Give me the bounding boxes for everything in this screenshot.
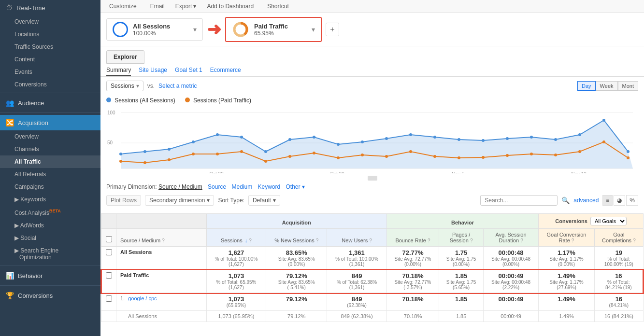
svg-text:Nov 12: Nov 12 bbox=[571, 171, 587, 173]
td-sessions-1: 1,073 (65.95%) bbox=[206, 293, 266, 311]
sidebar-item-all-traffic[interactable]: All Traffic bbox=[0, 155, 100, 168]
sidebar-item-content[interactable]: Content bbox=[0, 53, 100, 66]
legend-dot-all-sessions bbox=[106, 98, 111, 102]
month-button[interactable]: Mont bbox=[618, 81, 638, 91]
svg-point-10 bbox=[192, 140, 195, 143]
th-pct-new[interactable]: % New Sessions ? bbox=[266, 229, 327, 247]
sidebar-item-locations[interactable]: Locations bbox=[0, 28, 100, 41]
bounce-help[interactable]: ? bbox=[428, 238, 430, 243]
dim-source-medium[interactable]: Source / Medium bbox=[158, 183, 202, 190]
sidebar-item-conversions-rt[interactable]: Conversions bbox=[0, 78, 100, 91]
explorer-tab[interactable]: Explorer bbox=[106, 50, 144, 64]
th-sessions[interactable]: Sessions ↓ ? bbox=[206, 229, 266, 247]
sessions-metric-select[interactable]: Sessions ▾ bbox=[106, 81, 143, 91]
tab-site-usage[interactable]: Site Usage bbox=[139, 67, 167, 76]
svg-point-24 bbox=[530, 136, 533, 139]
pie-view-button[interactable]: ◕ bbox=[614, 195, 625, 206]
all-goals-select[interactable]: All Goals bbox=[590, 217, 627, 225]
sidebar-realtime[interactable]: ⏱ Real-Time bbox=[0, 0, 100, 15]
segment-bar: All Sessions 100.00% ▾ ➜ Paid Traffic 65… bbox=[100, 13, 644, 46]
realtime-icon: ⏱ bbox=[6, 4, 13, 12]
sidebar-item-keywords[interactable]: ▶ Keywords bbox=[0, 193, 100, 206]
new-users-help[interactable]: ? bbox=[369, 238, 372, 243]
table-row-1: 1. google / cpc 1,073 (65.95%) 79.12% 84… bbox=[101, 293, 644, 311]
select-all-checkbox[interactable] bbox=[106, 236, 112, 242]
svg-point-40 bbox=[385, 155, 388, 158]
customize-button[interactable]: Customize bbox=[106, 2, 140, 11]
th-avg-session[interactable]: Avg. SessionDuration ? bbox=[483, 229, 538, 247]
plot-rows-button[interactable]: Plot Rows bbox=[106, 195, 141, 206]
sidebar-item-cost-analysis[interactable]: Cost AnalysisBETA bbox=[0, 206, 100, 219]
dim-medium[interactable]: Medium bbox=[231, 183, 252, 190]
table-search-input[interactable] bbox=[480, 195, 558, 206]
sidebar-audience[interactable]: 👥 Audience bbox=[0, 95, 100, 111]
td-goal-conv-1: 1.49% bbox=[539, 293, 594, 311]
behavior-icon: 📊 bbox=[6, 272, 14, 280]
add-segment-button[interactable]: + bbox=[326, 23, 339, 36]
advanced-link[interactable]: advanced bbox=[573, 197, 599, 204]
svg-point-16 bbox=[337, 143, 340, 146]
sidebar-item-channels[interactable]: Channels bbox=[0, 143, 100, 155]
svg-point-33 bbox=[216, 153, 219, 155]
td-avg-session-1: 00:00:49 bbox=[483, 293, 538, 311]
export-dropdown[interactable]: Export ▾ bbox=[175, 3, 197, 10]
avg-session-help[interactable]: ? bbox=[520, 238, 523, 243]
tab-goal-set1[interactable]: Goal Set 1 bbox=[175, 67, 202, 76]
goal-conv-help[interactable]: ? bbox=[572, 238, 574, 243]
table-view-button[interactable]: ≡ bbox=[602, 195, 613, 206]
sidebar-item-adwords[interactable]: ▶ AdWords bbox=[0, 219, 100, 232]
tab-summary[interactable]: Summary bbox=[106, 67, 131, 76]
th-bounce-rate[interactable]: Bounce Rate ? bbox=[386, 229, 439, 247]
goal-comp-help[interactable]: ? bbox=[633, 238, 636, 243]
email-button[interactable]: Email bbox=[147, 2, 168, 11]
dim-keyword[interactable]: Keyword bbox=[258, 183, 281, 190]
shortcut-button[interactable]: Shortcut bbox=[264, 2, 292, 11]
row-checkbox-paid[interactable] bbox=[106, 272, 112, 279]
segment1-dropdown-arrow[interactable]: ▾ bbox=[193, 26, 197, 33]
row-checkbox-all[interactable] bbox=[106, 249, 112, 255]
sidebar-item-all-referrals[interactable]: All Referrals bbox=[0, 168, 100, 181]
svg-point-44 bbox=[482, 156, 485, 159]
sessions-help[interactable]: ? bbox=[249, 238, 252, 243]
select-metric-link[interactable]: Select a metric bbox=[158, 83, 197, 89]
sort-type-dropdown[interactable]: Default ▾ bbox=[248, 195, 280, 206]
th-goal-completions[interactable]: GoalCompletions ? bbox=[594, 229, 643, 247]
line-chart: 100 50 bbox=[106, 106, 638, 173]
th-new-users[interactable]: New Users ? bbox=[327, 229, 386, 247]
chart-scroll-handle[interactable] bbox=[368, 176, 377, 181]
svg-point-8 bbox=[143, 150, 146, 153]
tab-ecommerce[interactable]: Ecommerce bbox=[210, 67, 241, 76]
row-checkbox-1[interactable] bbox=[106, 295, 112, 302]
sidebar-item-acq-overview[interactable]: Overview bbox=[0, 130, 100, 143]
td-goal-conv-paid: 1.49% Site Avg: 1.17%(27.69%) bbox=[539, 270, 594, 293]
sidebar-item-overview-rt[interactable]: Overview bbox=[0, 15, 100, 28]
day-button[interactable]: Day bbox=[577, 81, 596, 91]
th-goal-conv-rate[interactable]: Goal ConversionRate ? bbox=[539, 229, 594, 247]
dim-source[interactable]: Source bbox=[208, 183, 226, 190]
sidebar-acquisition[interactable]: 🔀 Acquisition bbox=[0, 115, 100, 130]
sidebar-item-events[interactable]: Events bbox=[0, 66, 100, 78]
week-button[interactable]: Week bbox=[596, 81, 618, 91]
sidebar-item-traffic-sources[interactable]: Traffic Sources bbox=[0, 41, 100, 53]
segment-paid-traffic[interactable]: Paid Traffic 65.95% ▾ bbox=[225, 17, 322, 42]
sidebar-item-campaigns[interactable]: Campaigns bbox=[0, 181, 100, 193]
sidebar-conversions[interactable]: 🏆 Conversions bbox=[0, 288, 100, 303]
pages-help[interactable]: ? bbox=[470, 238, 473, 243]
toolbar: Customize Email Export ▾ Add to Dashboar… bbox=[100, 0, 644, 13]
dim-other[interactable]: Other ▾ bbox=[286, 183, 305, 190]
svg-point-20 bbox=[433, 136, 436, 139]
search-icon[interactable]: 🔍 bbox=[561, 196, 570, 204]
segment2-dropdown-arrow[interactable]: ▾ bbox=[312, 26, 315, 33]
pct-new-help[interactable]: ? bbox=[316, 238, 319, 243]
source-medium-help[interactable]: ? bbox=[162, 238, 165, 243]
sidebar-behavior[interactable]: 📊 Behavior bbox=[0, 268, 100, 283]
segment-all-sessions[interactable]: All Sessions 100.00% ▾ bbox=[106, 18, 203, 41]
add-to-dashboard-button[interactable]: Add to Dashboard bbox=[204, 2, 257, 11]
sidebar-item-seo[interactable]: ▶ Search Engine Optimization bbox=[0, 244, 100, 264]
source-link-1[interactable]: google / cpc bbox=[128, 295, 157, 301]
th-pages-session[interactable]: Pages /Session ? bbox=[439, 229, 484, 247]
sidebar-item-social[interactable]: ▶ Social bbox=[0, 232, 100, 244]
td-bounce-all: 72.77% Site Avg: 72.77%(0.00%) bbox=[386, 247, 439, 270]
percent-view-button[interactable]: % bbox=[626, 195, 638, 206]
secondary-dimension-dropdown[interactable]: Secondary dimension ▾ bbox=[145, 195, 214, 206]
